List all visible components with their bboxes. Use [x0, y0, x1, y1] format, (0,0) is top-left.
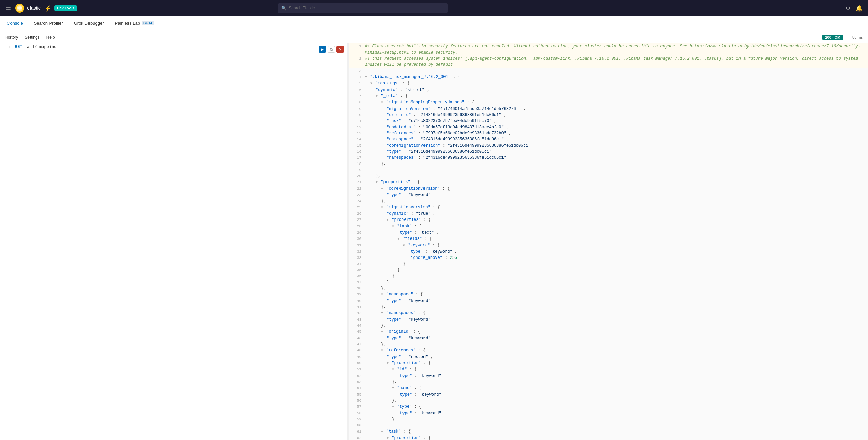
collapse-arrow[interactable]: ▼ — [392, 405, 394, 409]
settings-icon[interactable]: ⚙ — [846, 5, 850, 12]
json-line-44: 44 }, — [349, 323, 868, 329]
beta-badge: BETA — [142, 21, 154, 25]
svg-point-2 — [17, 5, 23, 8]
editor-line-1[interactable]: 1 GET _all/_mapping — [0, 43, 347, 51]
json-line-51: 51 ▼ "id" : { — [349, 366, 868, 373]
json-line-11: 11 "task" : "c716c8022373e7b7fea04dc9a9f… — [349, 118, 868, 124]
collapse-arrow[interactable]: ▼ — [387, 436, 389, 440]
json-line-15: 15 "coreMigrationVersion" : "2f4316de499… — [349, 142, 868, 149]
response-panel: 1 #! Elasticsearch built-in security fea… — [349, 43, 868, 440]
top-navbar: ☰ elastic ⚡ Dev Tools 🔍 ⚙ 🔔 — [0, 0, 868, 16]
collapse-arrow[interactable]: ▼ — [381, 311, 383, 315]
json-line-31: 31 ▼ "keyword" : { — [349, 242, 868, 249]
status-badge: 200 - OK — [822, 35, 843, 40]
global-search-bar[interactable]: 🔍 — [278, 3, 448, 13]
http-method: GET — [15, 45, 22, 50]
collapse-arrow[interactable]: ▼ — [381, 293, 383, 296]
delete-button[interactable]: ✕ — [336, 46, 344, 53]
json-line-32: 32 "type" : "keyword" , — [349, 249, 868, 255]
settings-menu[interactable]: Settings — [25, 35, 39, 40]
json-line-41: 41 }, — [349, 304, 868, 310]
search-icon: 🔍 — [281, 6, 287, 11]
history-menu[interactable]: History — [5, 35, 18, 40]
collapse-arrow[interactable]: ▼ — [376, 180, 378, 184]
json-line-33: 33 "ignore_above" : 256 — [349, 255, 868, 261]
help-menu[interactable]: Help — [46, 35, 55, 40]
collapse-arrow[interactable]: ▼ — [403, 244, 405, 247]
collapse-arrow[interactable]: ▼ — [365, 75, 367, 79]
json-line-40: 40 "type" : "keyword" — [349, 298, 868, 304]
json-line-20: 20 }, — [349, 173, 868, 179]
app-badge[interactable]: Dev Tools — [54, 5, 77, 11]
json-line-12: 12 "updated_at" : "00da57df13e04ed98437d… — [349, 124, 868, 130]
notification-icon[interactable]: 🔔 — [856, 5, 863, 12]
warning-line-2: 2 #! this request accesses system indice… — [349, 56, 868, 68]
json-line-14: 14 "namespace" : "2f4316de49999235636386… — [349, 136, 868, 142]
json-line-3: 3 — [349, 68, 868, 74]
nav-right: ⚙ 🔔 — [846, 5, 863, 12]
json-line-50: 50 ▼ "properties" : { — [349, 360, 868, 366]
warning-line-1: 1 #! Elasticsearch built-in security fea… — [349, 43, 868, 56]
json-line-54: 54 ▼ "name" : { — [349, 385, 868, 391]
collapse-arrow[interactable]: ▼ — [381, 430, 383, 434]
sub-menu-bar: History Settings Help 200 - OK 88 ms — [0, 31, 868, 43]
editor-toolbar: ▶ ⧉ ✕ — [319, 46, 344, 53]
json-line-22: 22 ▼ "coreMigrationVersion" : { — [349, 186, 868, 192]
json-line-60: 60 — [349, 422, 868, 428]
collapse-arrow[interactable]: ▼ — [381, 187, 383, 191]
collapse-arrow[interactable]: ▼ — [387, 361, 389, 365]
json-line-61: 61 ▼ "task" : { — [349, 428, 868, 435]
json-line-25: 25 ▼ "migrationVersion" : { — [349, 204, 868, 211]
json-line-43: 43 "type" : "keyword" — [349, 317, 868, 323]
json-line-45: 45 ▼ "originId" : { — [349, 329, 868, 335]
json-line-19: 19 — [349, 167, 868, 173]
collapse-arrow[interactable]: ▼ — [392, 386, 394, 390]
json-line-49: 49 "type" : "nested" , — [349, 354, 868, 360]
collapse-arrow[interactable]: ▼ — [381, 101, 383, 104]
json-line-58: 58 "type" : "keyword" — [349, 410, 868, 416]
json-line-29: 29 "type" : "text" , — [349, 230, 868, 236]
json-line-34: 34 } — [349, 261, 868, 267]
json-line-39: 39 ▼ "namespace" : { — [349, 291, 868, 298]
json-line-24: 24 }, — [349, 198, 868, 204]
json-line-18: 18 }, — [349, 161, 868, 167]
json-line-46: 46 "type" : "keyword" — [349, 335, 868, 341]
app-section: ⚡ Dev Tools — [45, 5, 77, 12]
json-line-13: 13 "references" : "7997cf5a56cc02bdc9c93… — [349, 130, 868, 136]
collapse-arrow[interactable]: ▼ — [381, 349, 383, 352]
json-line-37: 37 } — [349, 279, 868, 285]
collapse-arrow[interactable]: ▼ — [370, 82, 372, 85]
editor-panel: ▶ ⧉ ✕ 1 GET _all/_mapping — [0, 43, 347, 440]
json-line-38: 38 }, — [349, 285, 868, 291]
json-line-5: 5 ▼ "mappings" : { — [349, 80, 868, 87]
hamburger-menu[interactable]: ☰ — [5, 4, 11, 12]
tab-grok-debugger[interactable]: Grok Debugger — [73, 16, 105, 31]
search-input[interactable] — [289, 6, 444, 11]
json-line-27: 27 ▼ "properties" : { — [349, 217, 868, 223]
collapse-arrow[interactable]: ▼ — [381, 206, 383, 209]
tab-console[interactable]: Console — [5, 16, 24, 31]
tab-painless-lab[interactable]: Painless Lab BETA — [114, 16, 155, 31]
app-icon: ⚡ — [45, 5, 52, 12]
json-line-16: 16 "type" : "2f4316de49999235636386fe51d… — [349, 149, 868, 155]
elastic-logo: elastic — [15, 3, 41, 13]
api-path: _all/_mapping — [25, 45, 57, 50]
json-line-62: 62 ▼ "properties" : { — [349, 435, 868, 440]
tab-search-profiler[interactable]: Search Profiler — [33, 16, 64, 31]
copy-button[interactable]: ⧉ — [328, 46, 335, 53]
run-button[interactable]: ▶ — [319, 46, 326, 53]
collapse-arrow[interactable]: ▼ — [397, 237, 399, 241]
collapse-arrow[interactable]: ▼ — [392, 368, 394, 371]
json-line-47: 47 }, — [349, 341, 868, 347]
json-line-8: 8 ▼ "migrationMappingPropertyHashes" : { — [349, 99, 868, 106]
json-line-30: 30 ▼ "fields" : { — [349, 236, 868, 242]
json-line-52: 52 "type" : "keyword" — [349, 373, 868, 379]
collapse-arrow[interactable]: ▼ — [387, 218, 389, 222]
collapse-arrow[interactable]: ▼ — [392, 225, 394, 228]
json-line-35: 35 } — [349, 267, 868, 273]
svg-point-3 — [17, 8, 23, 11]
json-line-17: 17 "namespaces" : "2f4316de4999923563638… — [349, 155, 868, 161]
collapse-arrow[interactable]: ▼ — [381, 330, 383, 334]
json-line-56: 56 }, — [349, 398, 868, 404]
collapse-arrow[interactable]: ▼ — [376, 94, 378, 98]
